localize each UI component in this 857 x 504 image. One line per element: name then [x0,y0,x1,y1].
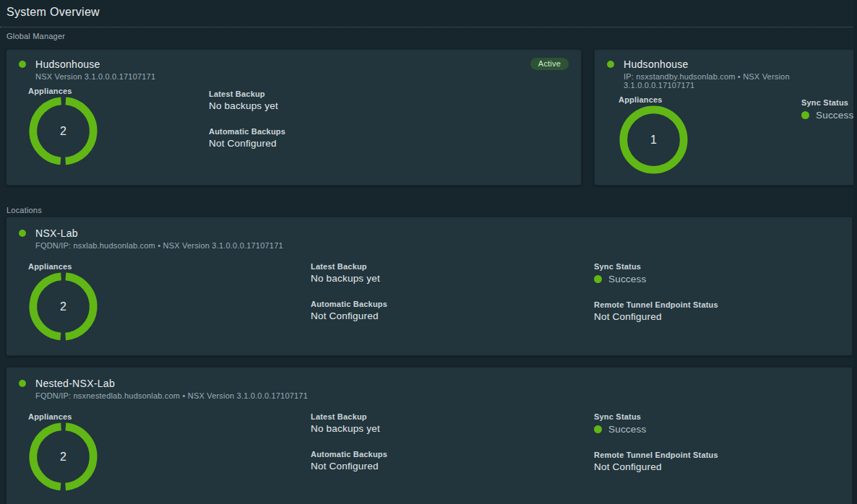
sync-status-value: Success [608,274,646,284]
global-manager-active-card[interactable]: Hudsonhouse NSX Version 3.1.0.0.0.171071… [6,49,582,186]
status-up-icon [19,61,26,68]
sync-status-value: Success [816,110,853,121]
location-card-nested-nsx-lab[interactable]: Nested-NSX-Lab FQDN/IP: nsxnestedlab.hud… [6,367,853,504]
page-header: System Overview [0,0,857,27]
latest-backup-value: No backups yet [209,100,581,111]
page-title: System Overview [7,6,850,19]
location-card-nsx-lab[interactable]: NSX-Lab FQDN/IP: nsxlab.hudsonlab.com • … [6,217,853,356]
latest-backup-value: No backups yet [311,423,594,434]
section-label-locations: Locations [7,206,42,214]
scrollbar-track[interactable] [853,0,857,504]
sync-status-value: Success [608,424,646,435]
status-up-icon [19,380,26,387]
appliances-donut: 1 [619,105,689,175]
appliances-count: 2 [60,125,66,138]
appliances-donut: 2 [28,96,98,166]
sync-status-label: Sync Status [801,98,857,107]
appliances-label: Appliances [28,412,311,421]
appliances-label: Appliances [28,262,311,271]
card-subtitle: FQDN/IP: nsxnestedlab.hudsonlab.com • NS… [35,391,840,400]
appliances-column: Appliances 2 [28,87,209,166]
appliances-donut: 2 [28,422,98,492]
latest-backup-value: No backups yet [311,273,594,284]
appliances-count: 1 [650,134,657,147]
status-up-icon [607,61,614,68]
card-subtitle: FQDN/IP: nsxlab.hudsonlab.com • NSX Vers… [35,241,840,250]
active-badge: Active [530,58,569,70]
card-subtitle: IP: nsxstandby.hudsonlab.com • NSX Versi… [624,72,855,90]
backup-column: Latest Backup No backups yet Automatic B… [311,412,594,492]
status-column: Sync Status Success Remote Tunnel Endpoi… [594,262,852,342]
global-manager-standby-card[interactable]: Hudsonhouse IP: nsxstandby.hudsonlab.com… [594,49,857,186]
remote-tunnel-label: Remote Tunnel Endpoint Status [594,300,852,309]
automatic-backups-value: Not Configured [311,310,594,321]
backup-column: Latest Backup No backups yet Automatic B… [311,262,594,342]
appliances-column: Appliances 1 [619,95,801,175]
automatic-backups-label: Automatic Backups [311,450,594,459]
automatic-backups-label: Automatic Backups [311,300,594,308]
appliances-donut: 2 [28,271,98,342]
card-title: Hudsonhouse [35,58,100,70]
automatic-backups-value: Not Configured [311,461,594,472]
sync-status-label: Sync Status [594,412,852,421]
card-title: Hudsonhouse [624,58,689,70]
appliances-label: Appliances [619,95,801,104]
latest-backup-label: Latest Backup [209,90,581,98]
status-column: Sync Status Success Remote Tunnel Endpoi… [594,412,852,492]
section-label-global-manager: Global Manager [7,32,65,40]
remote-tunnel-label: Remote Tunnel Endpoint Status [594,451,852,459]
appliances-column: Appliances 2 [28,412,311,492]
card-title: NSX-Lab [35,227,78,239]
success-dot-icon [594,275,602,283]
appliances-column: Appliances 2 [28,262,311,342]
appliances-count: 2 [60,451,66,464]
latest-backup-label: Latest Backup [311,412,594,421]
automatic-backups-value: Not Configured [209,138,581,149]
sync-status-label: Sync Status [594,262,852,271]
card-subtitle: NSX Version 3.1.0.0.0.17107171 [35,72,569,81]
remote-tunnel-value: Not Configured [594,311,852,322]
remote-tunnel-value: Not Configured [594,461,852,472]
card-title: Nested-NSX-Lab [35,378,115,389]
success-dot-icon [594,425,602,433]
appliances-count: 2 [60,300,66,313]
backup-column: Latest Backup No backups yet Automatic B… [209,87,581,166]
appliances-label: Appliances [28,87,209,95]
automatic-backups-label: Automatic Backups [209,127,581,136]
status-up-icon [19,230,26,237]
success-dot-icon [801,111,809,119]
latest-backup-label: Latest Backup [311,262,594,271]
sync-status-column: Sync Status Success [801,95,857,175]
